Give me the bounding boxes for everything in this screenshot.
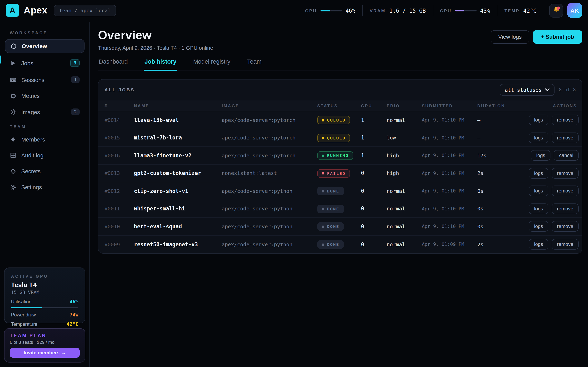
tab-model-registry[interactable]: Model registry [192,58,231,71]
logs-button[interactable]: logs [529,221,548,232]
column-header-submitted: SUBMITTED [422,103,477,108]
remove-button[interactable]: remove [552,168,579,179]
table-header-row: #NAMEIMAGESTATUSGPUPRIOSUBMITTEDDURATION… [98,100,582,111]
gpu-stat-value: 74W [70,312,78,318]
job-priority: high [387,152,422,159]
job-image: apex/code-server:pytorch [222,117,317,123]
job-actions: logsremove [529,115,579,125]
submit-job-button[interactable]: + Submit job [533,30,582,44]
sidebar-item-settings[interactable]: Settings [5,181,85,194]
logs-button[interactable]: logs [529,133,548,143]
sidebar-item-label: Overview [22,43,47,49]
sidebar-item-label: Sessions [21,76,44,83]
active-item-indicator [0,55,1,64]
status-badge: DONE [317,240,344,249]
jobs-panel: ALL JOBS all statuses 8 of 8 #NAMEIMAGES… [98,79,582,254]
sidebar-item-metrics[interactable]: Metrics [5,89,85,102]
status-filter-select[interactable]: all statuses [500,84,555,96]
job-row-0016: #0016llama3-finetune-v2apex/code-server:… [98,147,582,165]
remove-button[interactable]: remove [552,115,579,125]
job-name: mistral-7b-lora [134,135,222,141]
column-header-actions: ACTIONS [553,103,579,108]
remove-button[interactable]: remove [552,203,579,214]
tab-dashboard[interactable]: Dashboard [98,58,129,71]
gpu-stat-temperature: Temperature42°C [11,321,78,327]
logs-button[interactable]: logs [529,239,548,250]
badge-sessions: 1 [71,76,80,83]
sidebar-item-members[interactable]: Members [5,133,85,146]
stat-label: CPU [440,8,452,13]
stat-value: 1.6 / 15 GB [389,7,426,14]
job-actions: logsremove [529,133,579,143]
cancel-button[interactable]: cancel [554,150,579,161]
job-image: apex/code-server:python [222,206,317,212]
logs-button[interactable]: logs [531,150,551,161]
notifications-button[interactable] [549,3,563,17]
job-status-cell: QUEUED [317,116,361,124]
remove-button[interactable]: remove [552,239,579,250]
job-priority: high [387,170,422,176]
sidebar-item-jobs[interactable]: Jobs3 [5,56,85,70]
logs-button[interactable]: logs [529,115,548,125]
job-gpu: 1 [361,152,387,159]
stat-label: VRAM [370,8,386,13]
gpu-card-label: ACTIVE GPU [11,274,78,278]
logs-button[interactable]: logs [529,203,548,214]
sidebar-item-audit-log[interactable]: Audit log [5,149,85,162]
page-title: Overview [98,29,213,42]
job-id: #0010 [104,224,134,230]
stat-vram: VRAM1.6 / 15 GB [363,7,433,14]
logs-button[interactable]: logs [529,186,548,196]
donut-icon [10,92,16,99]
tab-job-history[interactable]: Job history [144,58,177,71]
sidebar-item-label: Secrets [21,168,41,175]
gpu-stat-label: Power draw [11,312,36,317]
logs-button[interactable]: logs [529,168,548,179]
status-badge: QUEUED [317,116,350,124]
job-image: apex/code-server:python [222,242,317,248]
job-submitted: Apr 9, 01:10 PM [422,153,477,158]
active-gpu-card: ACTIVE GPU Tesla T4 15 GB VRAM Utilisati… [4,267,85,323]
play-icon [10,60,16,66]
tab-team[interactable]: Team [246,58,262,71]
sidebar-item-label: Audit log [21,152,43,159]
job-actions: logsremove [529,203,579,214]
status-badge: DONE [317,205,344,213]
column-header-prio: PRIO [387,103,422,108]
app-root: A Apex team / apex-local GPU46%VRAM1.6 /… [0,0,588,367]
diamond-outline-icon [10,168,16,175]
brand-name: Apex [24,5,48,16]
column-header-status: STATUS [317,103,361,108]
view-logs-button[interactable]: View logs [491,30,529,44]
sidebar-item-label: Jobs [21,60,33,66]
job-actions: logsremove [529,239,579,250]
avatar[interactable]: AK [567,3,582,18]
job-duration: — [477,117,529,123]
invite-members-button[interactable]: Invite members → [10,348,80,358]
sidebar-item-secrets[interactable]: Secrets [5,165,85,178]
remove-button[interactable]: remove [552,133,579,143]
job-duration: 0s [477,224,529,230]
job-duration: 0s [477,206,529,212]
job-status-cell: RUNNING [317,151,361,160]
stat-value: 43% [480,7,490,14]
workspace-badge[interactable]: team / apex-local [54,5,116,16]
sidebar-item-images[interactable]: Images2 [5,105,85,119]
section-label-workspace: WORKSPACE [10,31,80,35]
job-submitted: Apr 9, 01:10 PM [422,170,477,176]
remove-button[interactable]: remove [552,186,579,196]
sidebar-item-overview[interactable]: Overview [5,39,85,53]
sidebar-item-sessions[interactable]: Sessions1 [5,73,85,86]
plan-title: TEAM PLAN [10,333,80,338]
job-priority: low [387,135,422,141]
job-priority: normal [387,224,422,230]
utilisation-label: Utilisation [11,299,31,304]
job-status-cell: QUEUED [317,133,361,142]
jobs-count: 8 of 8 [559,87,576,92]
remove-button[interactable]: remove [552,221,579,232]
sidebar-item-label: Images [21,109,40,115]
hexagon-icon [10,43,17,49]
column-header-duration: DURATION [477,103,553,108]
job-gpu: 0 [361,170,387,176]
gpu-name: Tesla T4 [11,281,78,289]
